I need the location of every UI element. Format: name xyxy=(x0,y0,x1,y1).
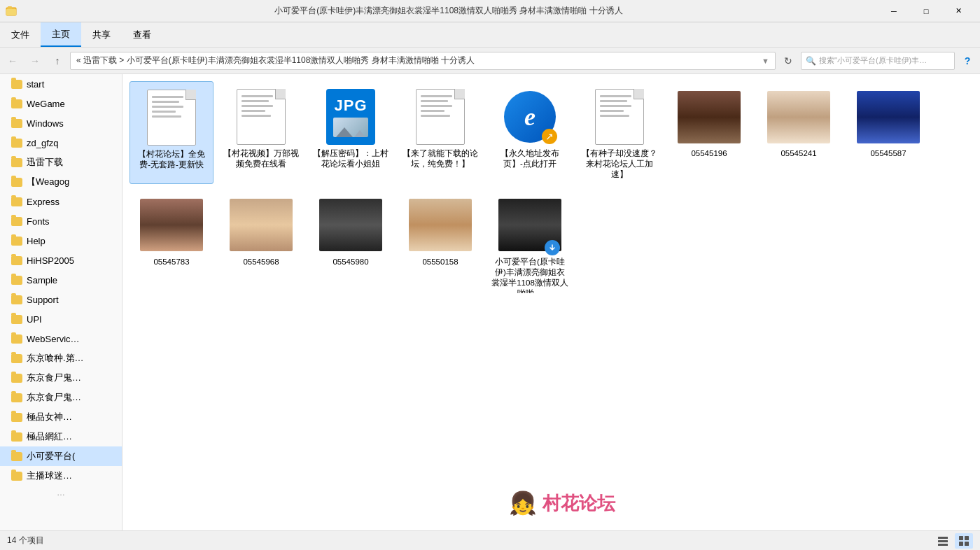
document-icon xyxy=(416,89,465,145)
view-controls xyxy=(934,533,973,549)
svg-rect-8 xyxy=(965,536,969,540)
sidebar-item-tokyo1[interactable]: 东京喰种.第… xyxy=(0,348,122,368)
file-item[interactable]: 05545968 xyxy=(219,190,303,297)
file-icon-area xyxy=(140,194,203,257)
search-box[interactable]: 🔍 搜索"小可爱平台(原卡哇伊)丰… xyxy=(801,52,955,70)
sidebar-label: 【Weagog xyxy=(27,176,69,188)
up-button[interactable]: ↑ xyxy=(48,51,67,71)
sidebar-item-sample[interactable]: Sample xyxy=(0,270,122,290)
sidebar-label: 迅雷下载 xyxy=(27,156,63,169)
breadcrumb-text: « 迅雷下载 > 小可爱平台(原卡哇伊)丰满漂亮御姐衣裳湿半1108激情双人啪啪… xyxy=(76,55,475,66)
menu-share[interactable]: 共享 xyxy=(81,22,122,47)
title-bar: 小可爱平台(原卡哇伊)丰满漂亮御姐衣裳湿半1108激情双人啪啪秀 身材丰满激情啪… xyxy=(0,0,980,22)
minimize-button[interactable]: ─ xyxy=(878,0,910,22)
folder-icon xyxy=(11,452,22,461)
large-icons-view-button[interactable] xyxy=(955,533,973,549)
sidebar-item-help[interactable]: Help xyxy=(0,231,122,251)
sidebar-item-express[interactable]: Express xyxy=(0,192,122,211)
document-icon xyxy=(147,90,196,146)
file-item[interactable]: 05545980 xyxy=(309,190,393,297)
file-item[interactable]: 05545241 xyxy=(757,81,841,184)
folder-icon xyxy=(11,139,22,148)
search-icon: 🔍 xyxy=(806,56,816,66)
file-item[interactable]: 【村花论坛】全免费-无套路-更新快 xyxy=(130,81,214,184)
sidebar-item-jpng[interactable]: 極品女神… xyxy=(0,407,122,427)
sidebar-item-xiaoke[interactable]: 小可爱平台( xyxy=(0,446,122,466)
sidebar-label: Support xyxy=(27,295,59,305)
sidebar-item-windows[interactable]: Windows xyxy=(0,113,122,133)
file-item[interactable]: 【有种子却没速度？来村花论坛人工加速】 xyxy=(578,81,662,184)
file-label: 05550158 xyxy=(402,257,479,267)
menu-view[interactable]: 查看 xyxy=(122,22,162,47)
sidebar: start WeGame Windows zd_gfzq 迅雷下载 【Weago… xyxy=(0,74,122,530)
sidebar-item-tokyo3[interactable]: 东京食尸鬼… xyxy=(0,388,122,407)
close-button[interactable]: ✕ xyxy=(942,0,974,22)
document-icon xyxy=(237,89,286,145)
sidebar-item-zdgfzq[interactable]: zd_gfzq xyxy=(0,133,122,153)
sidebar-label: 極品網紅… xyxy=(27,430,72,443)
file-item[interactable]: JPG 【解压密码】：上村花论坛看小姐姐 xyxy=(309,81,393,184)
refresh-button[interactable]: ↻ xyxy=(778,51,798,71)
sidebar-label: Windows xyxy=(27,118,64,129)
sidebar-item-hihsp[interactable]: HiHSP2005 xyxy=(0,251,122,270)
sidebar-label: WebServic… xyxy=(27,334,80,344)
file-item[interactable]: 【来了就能下载的论坛，纯免费！】 xyxy=(398,81,482,184)
file-label: 05545587 xyxy=(850,148,927,159)
watermark-girl-icon: 👧 xyxy=(509,490,537,516)
sidebar-label: WeGame xyxy=(27,99,65,109)
app-circle-icon: e ↗ xyxy=(504,91,556,143)
file-item[interactable]: 【村花视频】万部视频免费在线看 xyxy=(219,81,303,184)
sidebar-label: 主播球迷… xyxy=(27,470,72,482)
sidebar-item-tokyo2[interactable]: 东京食尸鬼… xyxy=(0,368,122,388)
window-controls: ─ □ ✕ xyxy=(878,0,974,22)
sidebar-item-start[interactable]: start xyxy=(0,74,122,94)
app-icon xyxy=(6,6,17,17)
svg-rect-10 xyxy=(965,542,969,546)
sidebar-item-webservice[interactable]: WebServic… xyxy=(0,329,122,348)
file-item[interactable]: e ↗ 【永久地址发布页】-点此打开 xyxy=(488,81,572,184)
file-icon-area xyxy=(678,85,741,148)
file-item[interactable]: 05545587 xyxy=(846,81,930,184)
folder-icon xyxy=(11,119,22,128)
sidebar-item-zhibo[interactable]: 主播球迷… xyxy=(0,466,122,486)
folder-icon xyxy=(11,217,22,226)
window-title: 小可爱平台(原卡哇伊)丰满漂亮御姐衣裳湿半1108激情双人啪啪秀 身材丰满激情啪… xyxy=(20,5,878,17)
menu-file[interactable]: 文件 xyxy=(0,22,41,47)
file-item[interactable]: 小可爱平台(原卡哇伊)丰满漂亮御姐衣裳湿半1108激情双人啪啪… xyxy=(488,190,572,297)
document-icon xyxy=(595,89,644,145)
file-item[interactable]: 05550158 xyxy=(398,190,482,297)
file-label: 【来了就能下载的论坛，纯免费！】 xyxy=(402,148,479,169)
svg-rect-4 xyxy=(938,537,948,539)
back-button: ← xyxy=(3,51,22,71)
details-view-button[interactable] xyxy=(934,533,952,549)
svg-rect-5 xyxy=(938,540,948,542)
maximize-button[interactable]: □ xyxy=(910,0,942,22)
sidebar-item-upi[interactable]: UPI xyxy=(0,309,122,329)
help-button[interactable]: ? xyxy=(958,51,977,71)
search-placeholder: 搜索"小可爱平台(原卡哇伊)丰… xyxy=(819,55,927,66)
sidebar-item-support[interactable]: Support xyxy=(0,290,122,309)
breadcrumb[interactable]: « 迅雷下载 > 小可爱平台(原卡哇伊)丰满漂亮御姐衣裳湿半1108激情双人啪啪… xyxy=(70,52,776,70)
file-item[interactable]: 05545783 xyxy=(130,190,214,297)
folder-icon xyxy=(11,276,22,285)
watermark: 👧 村花论坛 xyxy=(509,490,615,516)
sidebar-label: 东京食尸鬼… xyxy=(27,372,81,384)
sidebar-item-xunlei[interactable]: 迅雷下载 xyxy=(0,153,122,172)
file-label: 05545783 xyxy=(133,257,210,267)
sidebar-label: Fonts xyxy=(27,216,50,227)
sidebar-label: UPI xyxy=(27,314,42,325)
folder-icon xyxy=(11,178,22,187)
file-label: 【解压密码】：上村花论坛看小姐姐 xyxy=(312,148,389,169)
photo-thumbnail xyxy=(140,199,203,251)
sidebar-item-jpwh[interactable]: 極品網紅… xyxy=(0,427,122,446)
folder-icon xyxy=(11,472,22,481)
menu-home[interactable]: 主页 xyxy=(41,22,81,47)
sidebar-label: Sample xyxy=(27,275,57,285)
photo-thumbnail xyxy=(230,199,293,251)
main-layout: start WeGame Windows zd_gfzq 迅雷下载 【Weago… xyxy=(0,74,980,530)
folder-icon xyxy=(11,413,22,422)
sidebar-item-weagog[interactable]: 【Weagog xyxy=(0,172,122,192)
sidebar-item-fonts[interactable]: Fonts xyxy=(0,211,122,231)
file-item[interactable]: 05545196 xyxy=(667,81,751,184)
sidebar-item-wegame[interactable]: WeGame xyxy=(0,94,122,113)
